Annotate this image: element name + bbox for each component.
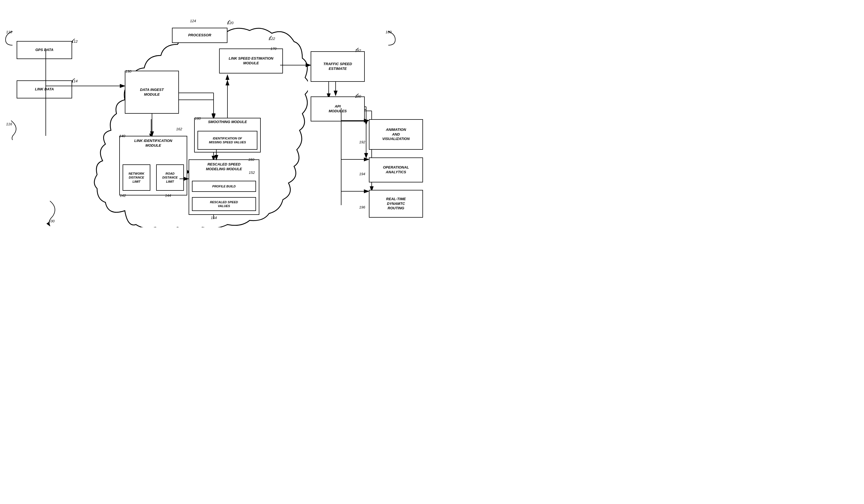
bracket-180 (385, 30, 397, 47)
processor-label: PROCESSOR (188, 33, 211, 38)
operational-box: OPERATIONALANALYTICS (369, 158, 423, 182)
bracket-120 (226, 19, 235, 27)
arrows-cloud-internal (111, 41, 305, 236)
arrow-100 (41, 200, 58, 227)
processor-box: PROCESSOR (172, 28, 227, 43)
animation-box: ANIMATIONANDVISUALIZATION (369, 119, 423, 150)
traffic-speed-label: TRAFFIC SPEEDESTIMATE (323, 62, 352, 71)
ref-124: 124 (190, 19, 196, 23)
bracket-182 (355, 47, 363, 55)
arrow-ts-api (332, 81, 340, 98)
traffic-speed-box: TRAFFIC SPEEDESTIMATE (311, 51, 365, 82)
animation-label: ANIMATIONANDVISUALIZATION (382, 127, 410, 142)
bracket-190 (355, 92, 363, 101)
realtime-label: REAL-TIMEDYNAMTCROUTING (386, 197, 406, 211)
operational-label: OPERATIONALANALYTICS (383, 165, 409, 175)
arrows-api-modules (336, 108, 372, 219)
arrow-116 (5, 119, 20, 142)
diagram: 110 180 100 116 GPS DATA 112 LINK DATA 1… (0, 0, 432, 252)
realtime-box: REAL-TIMEDYNAMTCROUTING (369, 190, 423, 218)
